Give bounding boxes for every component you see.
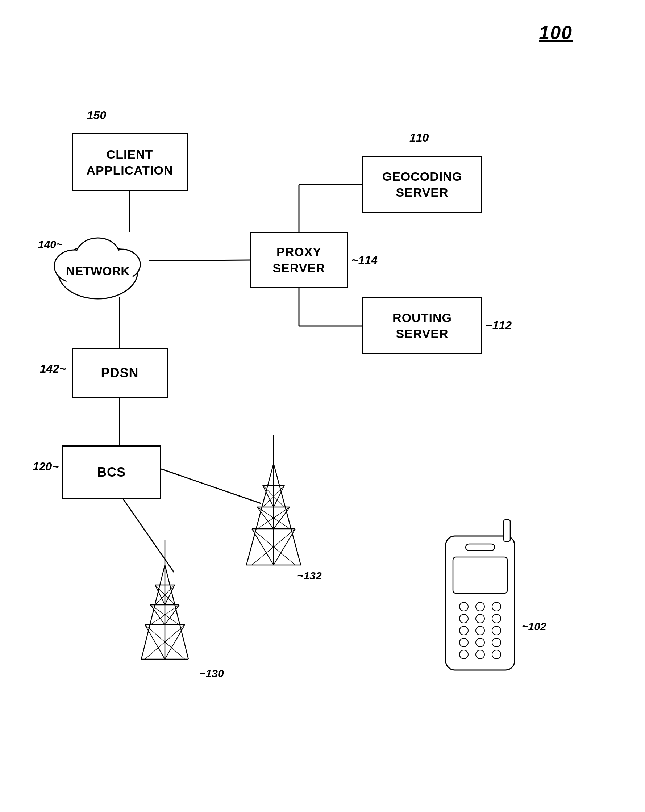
svg-line-28	[274, 485, 284, 507]
svg-line-58	[145, 625, 185, 659]
svg-point-70	[460, 626, 468, 635]
svg-point-10	[58, 244, 138, 299]
bcs-box: BCS	[62, 446, 161, 499]
ref-110: 110	[410, 131, 429, 145]
svg-line-51	[165, 605, 179, 625]
svg-line-48	[155, 585, 165, 605]
svg-line-47	[165, 565, 188, 659]
proxy-server-box: PROXYSERVER	[250, 232, 348, 288]
svg-point-66	[492, 602, 501, 611]
svg-line-29	[257, 507, 274, 529]
svg-point-69	[492, 614, 501, 623]
svg-point-13	[76, 238, 119, 273]
svg-line-25	[246, 464, 274, 565]
svg-point-12	[102, 249, 140, 279]
svg-line-53	[165, 625, 185, 659]
svg-line-27	[263, 485, 274, 507]
svg-line-52	[145, 625, 165, 659]
svg-line-59	[145, 625, 185, 659]
ref-150: 150	[87, 108, 106, 122]
svg-line-33	[263, 485, 284, 507]
svg-line-55	[155, 585, 175, 605]
svg-text:~102: ~102	[522, 620, 546, 632]
svg-line-56	[150, 605, 179, 625]
svg-point-14	[62, 246, 134, 293]
svg-rect-63	[453, 557, 507, 593]
svg-line-46	[141, 565, 165, 659]
svg-point-15	[62, 254, 94, 282]
svg-point-67	[460, 614, 468, 623]
diagram: 100 CLIENTAPPLICATION 150 PROXYSERVER ~1…	[0, 0, 645, 812]
svg-line-37	[252, 529, 295, 565]
svg-rect-79	[504, 520, 510, 542]
svg-line-36	[257, 507, 290, 529]
svg-text:~130: ~130	[199, 667, 224, 679]
routing-server-box: ROUTINGSERVER	[362, 297, 482, 354]
svg-line-57	[150, 605, 179, 625]
svg-point-77	[476, 650, 485, 659]
svg-line-35	[257, 507, 290, 529]
svg-point-76	[460, 650, 468, 659]
svg-point-16	[102, 254, 133, 280]
svg-line-32	[274, 529, 295, 565]
svg-text:~132: ~132	[297, 570, 322, 582]
svg-point-17	[79, 243, 117, 273]
svg-point-75	[492, 638, 501, 647]
svg-line-31	[252, 529, 274, 565]
tower-132	[246, 435, 301, 565]
pdsn-box: PDSN	[72, 348, 168, 398]
svg-line-8	[161, 469, 261, 504]
ref-112: ~112	[486, 319, 512, 332]
svg-line-54	[155, 585, 175, 605]
tower-130	[141, 540, 188, 659]
svg-rect-61	[446, 536, 515, 670]
svg-point-68	[476, 614, 485, 623]
svg-line-50	[150, 605, 165, 625]
svg-point-71	[476, 626, 485, 635]
ref-114: ~114	[352, 253, 378, 267]
svg-point-64	[460, 602, 468, 611]
svg-point-73	[460, 638, 468, 647]
svg-line-26	[274, 464, 301, 565]
svg-line-38	[252, 529, 295, 565]
ref-142: 142~	[40, 362, 66, 375]
svg-line-49	[165, 585, 175, 605]
svg-text:140~: 140~	[38, 238, 63, 250]
geocoding-server-box: GEOCODINGSERVER	[362, 156, 482, 213]
svg-point-11	[54, 250, 94, 282]
svg-line-30	[274, 507, 290, 529]
svg-point-74	[476, 638, 485, 647]
svg-point-65	[476, 602, 485, 611]
svg-line-34	[263, 485, 284, 507]
svg-rect-62	[466, 544, 495, 551]
ref-120: 120~	[33, 460, 59, 473]
client-application-box: CLIENTAPPLICATION	[72, 133, 188, 191]
svg-line-1	[148, 260, 250, 261]
figure-number: 100	[539, 22, 573, 43]
svg-line-9	[123, 499, 174, 572]
svg-point-78	[492, 650, 501, 659]
mobile-phone	[446, 520, 515, 670]
svg-text:NETWORK: NETWORK	[66, 264, 130, 278]
svg-point-72	[492, 626, 501, 635]
